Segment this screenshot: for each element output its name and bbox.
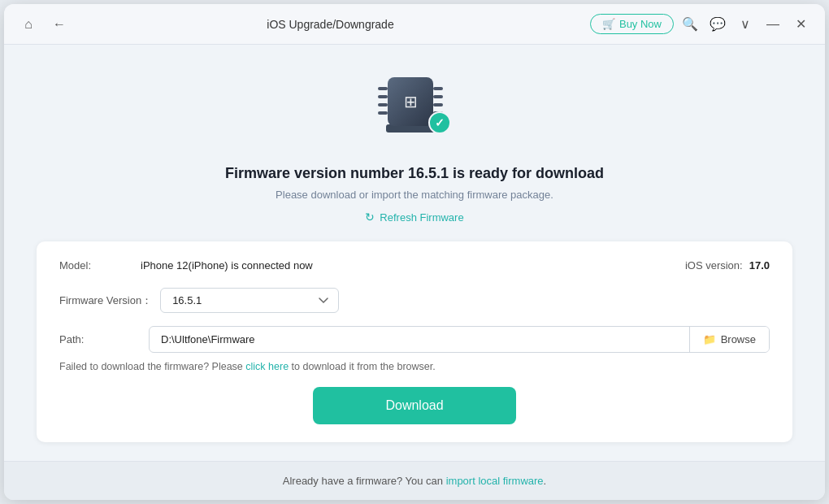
svg-rect-7 bbox=[433, 87, 443, 90]
svg-rect-6 bbox=[378, 111, 388, 115]
firmware-version-row: Firmware Version： 16.5.1 bbox=[59, 288, 770, 313]
check-badge bbox=[428, 111, 451, 134]
failed-msg-suffix: to download it from the browser. bbox=[289, 361, 436, 372]
path-input-wrapper: 📁 Browse bbox=[149, 326, 770, 353]
titlebar: ⌂ ← iOS Upgrade/Downgrade 🛒 Buy Now 🔍 💬 … bbox=[4, 4, 825, 45]
hero-icon-container: ⊞ bbox=[370, 69, 459, 150]
path-row: Path: 📁 Browse bbox=[59, 326, 770, 353]
browse-button[interactable]: 📁 Browse bbox=[689, 327, 769, 352]
close-button[interactable]: ✕ bbox=[789, 13, 812, 36]
failed-message: Failed to download the firmware? Please … bbox=[59, 361, 770, 372]
footer-bar: Already have a firmware? You can import … bbox=[4, 461, 825, 500]
refresh-label: Refresh Firmware bbox=[380, 211, 463, 224]
minimize-button[interactable]: — bbox=[762, 13, 784, 36]
browse-label: Browse bbox=[721, 333, 756, 345]
path-input[interactable] bbox=[150, 327, 689, 352]
minimize-icon: — bbox=[766, 17, 779, 32]
ios-version-value: 17.0 bbox=[749, 259, 770, 272]
buy-now-button[interactable]: 🛒 Buy Now bbox=[590, 14, 674, 34]
svg-rect-4 bbox=[378, 95, 388, 98]
chevron-down-icon: ∨ bbox=[740, 16, 750, 32]
back-icon: ← bbox=[53, 17, 66, 32]
info-card: Model: iPhone 12(iPhone) is connected no… bbox=[37, 241, 792, 442]
download-button[interactable]: Download bbox=[313, 387, 516, 424]
hero-subtitle: Please download or import the matching f… bbox=[276, 189, 553, 201]
titlebar-nav: ⌂ ← bbox=[17, 13, 71, 36]
firmware-version-label: Firmware Version： bbox=[59, 293, 152, 308]
home-button[interactable]: ⌂ bbox=[17, 13, 40, 36]
failed-msg-prefix: Failed to download the firmware? Please bbox=[59, 361, 245, 372]
chat-icon: 💬 bbox=[710, 16, 726, 32]
ios-version-label: iOS version: bbox=[685, 259, 743, 272]
footer-text-prefix: Already have a firmware? You can bbox=[283, 475, 446, 487]
home-icon: ⌂ bbox=[24, 17, 33, 32]
titlebar-actions: 🛒 Buy Now 🔍 💬 ∨ — ✕ bbox=[590, 13, 812, 36]
model-row: Model: iPhone 12(iPhone) is connected no… bbox=[59, 259, 770, 272]
chat-button[interactable]: 💬 bbox=[706, 13, 729, 36]
search-button[interactable]: 🔍 bbox=[679, 13, 701, 36]
close-icon: ✕ bbox=[796, 16, 806, 32]
hero-title: Firmware version number 16.5.1 is ready … bbox=[225, 165, 604, 182]
search-icon: 🔍 bbox=[682, 16, 698, 32]
ios-version-group: iOS version: 17.0 bbox=[685, 259, 770, 272]
svg-rect-9 bbox=[433, 103, 443, 106]
import-local-firmware-link[interactable]: import local firmware bbox=[446, 475, 544, 487]
click-here-link[interactable]: click here bbox=[245, 361, 289, 372]
model-label: Model: bbox=[59, 259, 141, 272]
svg-rect-5 bbox=[378, 103, 388, 106]
buy-now-label: Buy Now bbox=[619, 18, 662, 30]
footer-text-suffix: . bbox=[544, 475, 547, 487]
svg-rect-3 bbox=[378, 87, 388, 90]
cart-icon: 🛒 bbox=[602, 18, 615, 30]
path-label: Path: bbox=[59, 333, 141, 345]
model-value: iPhone 12(iPhone) is connected now bbox=[141, 259, 313, 272]
firmware-version-select[interactable]: 16.5.1 bbox=[160, 288, 339, 313]
back-button[interactable]: ← bbox=[48, 13, 71, 36]
svg-text:⊞: ⊞ bbox=[404, 93, 418, 111]
refresh-icon: ↻ bbox=[365, 211, 375, 224]
chevron-button[interactable]: ∨ bbox=[734, 13, 757, 36]
svg-rect-8 bbox=[433, 95, 443, 98]
folder-icon: 📁 bbox=[703, 333, 716, 345]
app-window: ⌂ ← iOS Upgrade/Downgrade 🛒 Buy Now 🔍 💬 … bbox=[4, 4, 825, 500]
main-content: ⊞ Firmware version number 16.5.1 is read… bbox=[4, 45, 825, 461]
refresh-firmware-link[interactable]: ↻ Refresh Firmware bbox=[365, 211, 463, 224]
window-title: iOS Upgrade/Downgrade bbox=[71, 18, 590, 31]
